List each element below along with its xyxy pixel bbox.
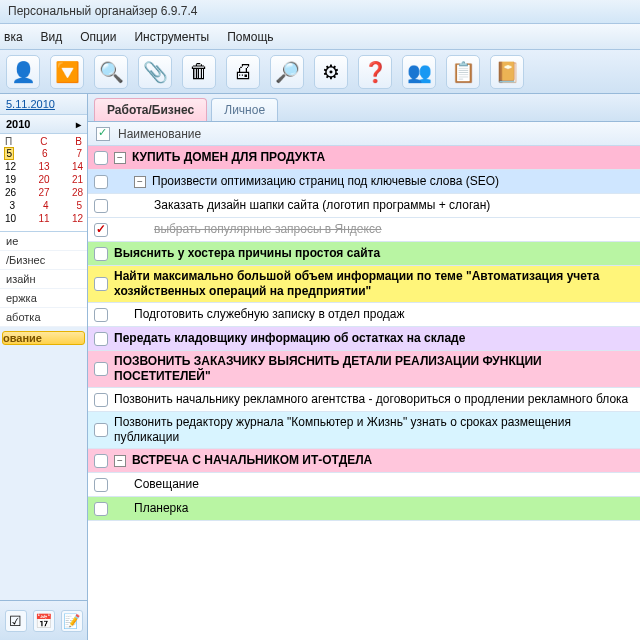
- calendar-day[interactable]: 13: [39, 161, 49, 172]
- calendar-day[interactable]: 5: [72, 200, 82, 211]
- task-checkbox[interactable]: [94, 454, 108, 468]
- task-text: КУПИТЬ ДОМЕН ДЛЯ ПРОДУКТА: [132, 150, 636, 165]
- toolbar-button[interactable]: 🔍: [94, 55, 128, 89]
- left-bottom-bar: ☑📅📝: [0, 600, 87, 640]
- task-checkbox[interactable]: [94, 199, 108, 213]
- task-text: Планерка: [134, 501, 636, 516]
- task-row[interactable]: Позвонить редактору журнала "Компьютер и…: [88, 412, 640, 449]
- task-checkbox[interactable]: [94, 175, 108, 189]
- task-row[interactable]: −КУПИТЬ ДОМЕН ДЛЯ ПРОДУКТА: [88, 146, 640, 170]
- toolbar: 👤🔽🔍📎🗑🖨🔎⚙❓👥📋📔: [0, 50, 640, 94]
- calendar-day[interactable]: 27: [39, 187, 49, 198]
- view-switch-icon[interactable]: 📅: [33, 610, 55, 632]
- task-checkbox[interactable]: [94, 332, 108, 346]
- task-checkbox[interactable]: [94, 277, 108, 291]
- calendar-day[interactable]: 11: [39, 213, 49, 224]
- toolbar-button[interactable]: 👥: [402, 55, 436, 89]
- toolbar-button[interactable]: 🔎: [270, 55, 304, 89]
- tab[interactable]: Личное: [211, 98, 278, 121]
- menu-item[interactable]: Инструменты: [134, 30, 209, 44]
- task-row[interactable]: Выяснить у хостера причины простоя сайта: [88, 242, 640, 266]
- calendar-day[interactable]: 28: [72, 187, 82, 198]
- toolbar-button[interactable]: 📔: [490, 55, 524, 89]
- task-row[interactable]: Заказать дизайн шапки сайта (логотип про…: [88, 194, 640, 218]
- tab-bar: Работа/БизнесЛичное: [88, 94, 640, 122]
- task-row[interactable]: Планерка: [88, 497, 640, 521]
- column-header[interactable]: Наименование: [88, 122, 640, 146]
- toolbar-button[interactable]: 🗑: [182, 55, 216, 89]
- expand-toggle-icon[interactable]: −: [114, 455, 126, 467]
- category-selected[interactable]: ование: [2, 331, 85, 345]
- task-row[interactable]: ПОЗВОНИТЬ ЗАКАЗЧИКУ ВЫЯСНИТЬ ДЕТАЛИ РЕАЛ…: [88, 351, 640, 388]
- task-checkbox[interactable]: [94, 423, 108, 437]
- calendar-day[interactable]: 26: [5, 187, 15, 198]
- task-row[interactable]: −Произвести оптимизацию страниц под ключ…: [88, 170, 640, 194]
- menu-item[interactable]: Помощь: [227, 30, 273, 44]
- calendar-day[interactable]: 20: [39, 174, 49, 185]
- toolbar-button[interactable]: 📎: [138, 55, 172, 89]
- calendar-day[interactable]: 12: [72, 213, 82, 224]
- task-checkbox[interactable]: [94, 247, 108, 261]
- task-checkbox[interactable]: [94, 151, 108, 165]
- task-row[interactable]: Передать кладовщику информацию об остатк…: [88, 327, 640, 351]
- menu-item[interactable]: Вид: [41, 30, 63, 44]
- expand-toggle-icon[interactable]: −: [134, 176, 146, 188]
- calendar-day[interactable]: 4: [39, 200, 49, 211]
- task-text: Совещание: [134, 477, 636, 492]
- view-switch-icon[interactable]: 📝: [61, 610, 83, 632]
- select-all-checkbox[interactable]: [96, 127, 110, 141]
- left-panel: 5.11.2010 2010 ▸ ПСВ 5671213141920212627…: [0, 94, 88, 640]
- task-checkbox[interactable]: [94, 393, 108, 407]
- task-checkbox[interactable]: [94, 362, 108, 376]
- category-item[interactable]: аботка: [0, 308, 87, 327]
- toolbar-button[interactable]: 🔽: [50, 55, 84, 89]
- task-checkbox[interactable]: [94, 223, 108, 237]
- toolbar-button[interactable]: ⚙: [314, 55, 348, 89]
- current-date: 5.11.2010: [0, 94, 87, 115]
- calendar[interactable]: ПСВ 567121314192021262728345101112: [0, 134, 87, 232]
- toolbar-button[interactable]: 📋: [446, 55, 480, 89]
- menu-item[interactable]: Опции: [80, 30, 116, 44]
- calendar-weekday: С: [40, 136, 47, 147]
- toolbar-button[interactable]: 👤: [6, 55, 40, 89]
- task-row[interactable]: Подготовить служебную записку в отдел пр…: [88, 303, 640, 327]
- task-checkbox[interactable]: [94, 502, 108, 516]
- calendar-next-icon[interactable]: ▸: [76, 119, 81, 130]
- calendar-day[interactable]: 12: [5, 161, 15, 172]
- task-text: Передать кладовщику информацию об остатк…: [114, 331, 636, 346]
- category-item[interactable]: изайн: [0, 270, 87, 289]
- task-text: Позвонить начальнику рекламного агентств…: [114, 392, 636, 407]
- calendar-weekday: П: [5, 136, 12, 147]
- task-row[interactable]: Позвонить начальнику рекламного агентств…: [88, 388, 640, 412]
- calendar-day[interactable]: 5: [4, 147, 14, 160]
- task-list: −КУПИТЬ ДОМЕН ДЛЯ ПРОДУКТА−Произвести оп…: [88, 146, 640, 640]
- view-switch-icon[interactable]: ☑: [5, 610, 27, 632]
- category-item[interactable]: /Бизнес: [0, 251, 87, 270]
- toolbar-button[interactable]: 🖨: [226, 55, 260, 89]
- calendar-day[interactable]: 21: [72, 174, 82, 185]
- calendar-day[interactable]: 19: [5, 174, 15, 185]
- task-text: Найти максимально большой объем информац…: [114, 269, 636, 299]
- task-checkbox[interactable]: [94, 308, 108, 322]
- category-item[interactable]: ие: [0, 232, 87, 251]
- task-text: выбрать популярные запросы в Яндексе: [154, 222, 636, 237]
- expand-toggle-icon[interactable]: −: [114, 152, 126, 164]
- task-checkbox[interactable]: [94, 478, 108, 492]
- calendar-day[interactable]: 3: [5, 200, 15, 211]
- task-row[interactable]: Совещание: [88, 473, 640, 497]
- calendar-day[interactable]: 6: [38, 148, 48, 159]
- task-text: ПОЗВОНИТЬ ЗАКАЗЧИКУ ВЫЯСНИТЬ ДЕТАЛИ РЕАЛ…: [114, 354, 636, 384]
- menu-item[interactable]: вка: [4, 30, 23, 44]
- calendar-day[interactable]: 7: [72, 148, 82, 159]
- calendar-weekday: В: [75, 136, 82, 147]
- task-row[interactable]: выбрать популярные запросы в Яндексе: [88, 218, 640, 242]
- toolbar-button[interactable]: ❓: [358, 55, 392, 89]
- task-row[interactable]: Найти максимально большой объем информац…: [88, 266, 640, 303]
- task-text: Заказать дизайн шапки сайта (логотип про…: [154, 198, 636, 213]
- task-row[interactable]: −ВСТРЕЧА С НАЧАЛЬНИКОМ ИТ-ОТДЕЛА: [88, 449, 640, 473]
- calendar-day[interactable]: 14: [72, 161, 82, 172]
- date-link[interactable]: 5.11.2010: [6, 98, 55, 110]
- calendar-day[interactable]: 10: [5, 213, 15, 224]
- category-item[interactable]: ержка: [0, 289, 87, 308]
- tab[interactable]: Работа/Бизнес: [94, 98, 207, 121]
